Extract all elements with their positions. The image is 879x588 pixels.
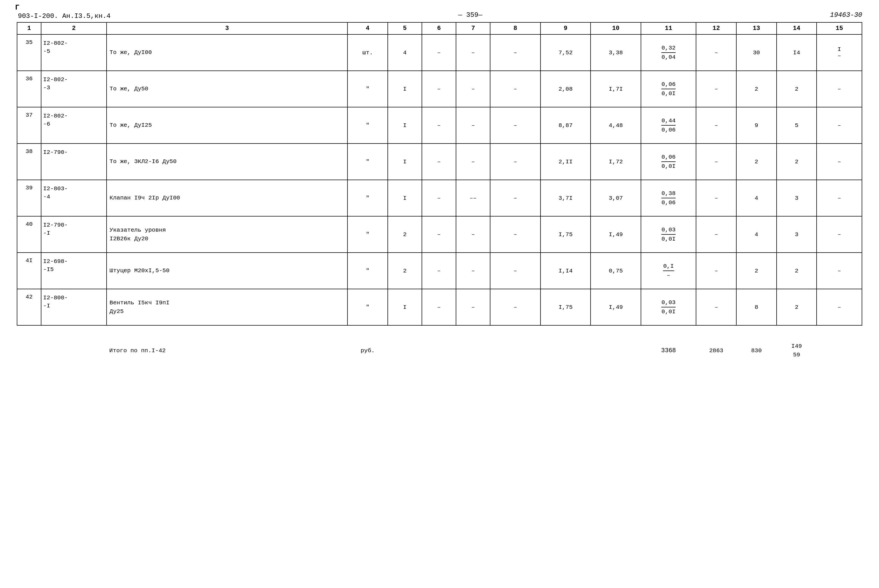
- table-row: 4I I2-698--I5 Штуцер М20хI,5-50 " 2 – – …: [17, 253, 862, 289]
- page-number: — 359—: [111, 11, 830, 19]
- row-desc: То же, ЗКЛ2-I6 Ду50: [106, 144, 348, 180]
- row-col14: 3: [777, 216, 817, 253]
- row-code: I2-803--4: [41, 180, 106, 216]
- col-header-6: 6: [422, 22, 456, 34]
- row-col14: 2: [777, 253, 817, 289]
- row-col11: 0,440,06: [641, 107, 696, 144]
- row-col13: 2: [736, 144, 777, 180]
- table-row: 42 I2-800--I Вентиль I5кч I9пIДу25 " I –…: [17, 289, 862, 326]
- col-header-5: 5: [388, 22, 422, 34]
- row-col12: –: [696, 180, 736, 216]
- col-header-14: 14: [777, 22, 817, 34]
- row-col13: 4: [736, 216, 777, 253]
- row-col8: –: [490, 253, 540, 289]
- total-empty-1: [17, 336, 41, 364]
- row-col12: –: [696, 144, 736, 180]
- row-desc: То же, ДуI25: [106, 107, 348, 144]
- row-col10: 3,07: [591, 180, 641, 216]
- table-row: 40 I2-790--I Указатель уровняI2В26к Ду20…: [17, 216, 862, 253]
- row-col5: 2: [388, 216, 422, 253]
- row-col7: –: [456, 289, 490, 326]
- row-code: I2-802--6: [41, 107, 106, 144]
- row-col5: I: [388, 71, 422, 107]
- row-col15: –: [817, 71, 862, 107]
- row-col13: 2: [736, 71, 777, 107]
- row-col9: 2,08: [540, 71, 591, 107]
- row-col8: –: [490, 107, 540, 144]
- row-col15: –: [817, 216, 862, 253]
- row-col9: I,75: [540, 289, 591, 326]
- total-empty-2: [41, 336, 106, 364]
- row-unit: ": [348, 107, 388, 144]
- row-col9: 3,7I: [540, 180, 591, 216]
- row-col5: 4: [388, 34, 422, 71]
- row-col13: 9: [736, 107, 777, 144]
- row-col7: –: [456, 71, 490, 107]
- col-header-4: 4: [348, 22, 388, 34]
- row-col7: –: [456, 216, 490, 253]
- row-col10: I,72: [591, 144, 641, 180]
- row-col10: I,7I: [591, 71, 641, 107]
- col-header-10: 10: [591, 22, 641, 34]
- col-header-8: 8: [490, 22, 540, 34]
- row-col11: 0,060,0I: [641, 144, 696, 180]
- row-col14: 2: [777, 289, 817, 326]
- row-col11: 0,030,0I: [641, 216, 696, 253]
- col-header-11: 11: [641, 22, 696, 34]
- col-header-9: 9: [540, 22, 591, 34]
- col-header-13: 13: [736, 22, 777, 34]
- col-header-3: 3: [106, 22, 348, 34]
- row-col14: 3: [777, 180, 817, 216]
- row-code: I2-800--I: [41, 289, 106, 326]
- row-num: 35: [17, 34, 41, 71]
- row-num: 40: [17, 216, 41, 253]
- row-col10: 3,38: [591, 34, 641, 71]
- row-desc: То же, ДуI00: [106, 34, 348, 71]
- row-col15: –: [817, 144, 862, 180]
- col-header-15: 15: [817, 22, 862, 34]
- total-row: Итого по пп.I-42 руб. 3368 2863 830 I495…: [17, 336, 862, 364]
- row-num: 38: [17, 144, 41, 180]
- row-code: I2-790--I: [41, 216, 106, 253]
- row-col11: 0,380,06: [641, 180, 696, 216]
- row-col11: 0,060,0I: [641, 71, 696, 107]
- table-row: 36 I2-802--3 То же, Ду50 " I – – – 2,08 …: [17, 71, 862, 107]
- row-unit: ": [348, 216, 388, 253]
- row-col8: –: [490, 144, 540, 180]
- row-col14: 2: [777, 71, 817, 107]
- row-col8: –: [490, 71, 540, 107]
- total-col15: [817, 336, 862, 364]
- row-col14: 5: [777, 107, 817, 144]
- row-col10: I,49: [591, 216, 641, 253]
- col-header-7: 7: [456, 22, 490, 34]
- row-col7: ––: [456, 180, 490, 216]
- column-headers: 1 2 3 4 5 6 7 8 9 10 11 12 13 14 15: [17, 22, 862, 34]
- row-unit: ": [348, 180, 388, 216]
- row-num: 39: [17, 180, 41, 216]
- col-header-2: 2: [41, 22, 106, 34]
- row-col13: 30: [736, 34, 777, 71]
- row-col10: 0,75: [591, 253, 641, 289]
- row-col15: –: [817, 289, 862, 326]
- row-col8: –: [490, 180, 540, 216]
- row-col6: –: [422, 253, 456, 289]
- row-col5: 2: [388, 253, 422, 289]
- row-col10: 4,48: [591, 107, 641, 144]
- table-row: 38 I2-790- То же, ЗКЛ2-I6 Ду50 " I – – –…: [17, 144, 862, 180]
- row-col11: 0,030,0I: [641, 289, 696, 326]
- row-col8: –: [490, 216, 540, 253]
- row-col6: –: [422, 71, 456, 107]
- row-num: 42: [17, 289, 41, 326]
- col-header-12: 12: [696, 22, 736, 34]
- row-col6: –: [422, 216, 456, 253]
- row-col9: I,I4: [540, 253, 591, 289]
- row-unit: шт.: [348, 34, 388, 71]
- row-col6: –: [422, 180, 456, 216]
- total-unit: руб.: [348, 336, 388, 364]
- row-col6: –: [422, 144, 456, 180]
- row-col13: 4: [736, 180, 777, 216]
- row-col9: 2,II: [540, 144, 591, 180]
- doc-reference: 903-I-200. Ан.I3.5,кн.4: [18, 12, 111, 20]
- row-desc: То же, Ду50: [106, 71, 348, 107]
- row-code: I2-790-: [41, 144, 106, 180]
